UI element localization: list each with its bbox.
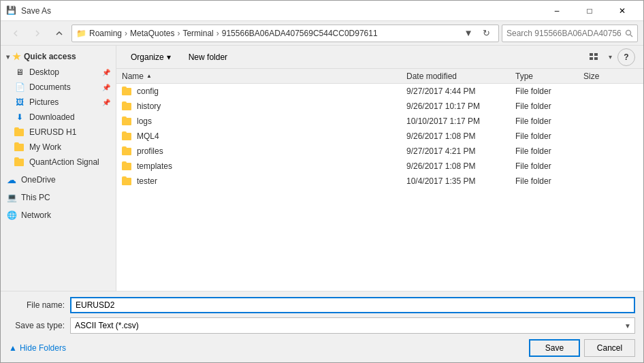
sidebar-item-downloaded[interactable]: ⬇ Downloaded: [1, 110, 116, 125]
address-folder: 915566BA06ADA407569C544CC0D97611: [222, 29, 378, 38]
title-bar: 💾 Save As – □ ✕: [1, 1, 643, 21]
file-date: 10/4/2017 1:35 PM: [406, 176, 515, 186]
address-roaming: Roaming: [89, 29, 122, 38]
sidebar-item-pictures[interactable]: 🖼 Pictures 📌: [1, 95, 116, 110]
documents-pin: 📌: [102, 84, 110, 91]
column-type[interactable]: Type: [515, 72, 583, 81]
save-button[interactable]: Save: [529, 339, 580, 357]
up-button[interactable]: [50, 24, 69, 43]
sidebar-item-documents[interactable]: 📄 Documents 📌: [1, 80, 116, 95]
sidebar-item-network[interactable]: 🌐 Network: [1, 208, 116, 223]
thispc-label: This PC: [21, 193, 50, 202]
svg-rect-5: [594, 57, 598, 60]
help-button[interactable]: ?: [617, 48, 635, 66]
eurusd-label: EURUSD H1: [29, 127, 76, 137]
column-date[interactable]: Date modified: [406, 72, 515, 81]
mywork-label: My Work: [29, 142, 61, 152]
refresh-button[interactable]: ↻: [478, 25, 494, 42]
back-button[interactable]: [6, 24, 25, 43]
file-date: 9/27/2017 4:44 PM: [406, 86, 515, 96]
sidebar-item-eurusd[interactable]: EURUSD H1: [1, 125, 116, 140]
sidebar-item-onedrive[interactable]: ☁ OneDrive: [1, 172, 116, 187]
documents-label: Documents: [29, 82, 71, 92]
address-bar[interactable]: 📁 Roaming › MetaQuotes › Terminal › 9155…: [71, 25, 499, 42]
column-name[interactable]: Name ▲: [122, 72, 406, 81]
svg-rect-3: [594, 53, 598, 56]
sep3: ›: [216, 29, 219, 38]
file-type: File folder: [515, 131, 583, 141]
mywork-icon: [14, 142, 25, 153]
desktop-label: Desktop: [29, 67, 59, 77]
cancel-button[interactable]: Cancel: [584, 339, 635, 357]
file-type: File folder: [515, 86, 583, 96]
quantaction-label: QuantAction Signal: [29, 157, 99, 167]
main-toolbar: Organize ▾ New folder ▾ ?: [116, 46, 643, 69]
desktop-pin: 📌: [102, 69, 110, 76]
column-size[interactable]: Size: [583, 72, 638, 81]
search-input[interactable]: [506, 29, 622, 38]
file-list: Name ▲ Date modified Type Size: [116, 69, 643, 291]
folder-icon: [122, 131, 133, 142]
filename-label: File name:: [9, 300, 70, 310]
window-icon: 💾: [6, 5, 17, 16]
onedrive-icon: ☁: [6, 174, 17, 185]
table-row[interactable]: history 9/26/2017 10:17 PM File folder: [116, 99, 643, 114]
quick-access-icon: ★: [12, 51, 21, 62]
table-row[interactable]: config 9/27/2017 4:44 PM File folder: [116, 84, 643, 99]
file-type: File folder: [515, 116, 583, 126]
window-title: Save As: [21, 6, 541, 16]
table-row[interactable]: MQL4 9/26/2017 1:08 PM File folder: [116, 129, 643, 144]
sidebar-item-thispc[interactable]: 💻 This PC: [1, 190, 116, 205]
sort-arrow: ▲: [146, 73, 152, 79]
file-date: 9/26/2017 1:08 PM: [406, 131, 515, 141]
table-row[interactable]: logs 10/10/2017 1:17 PM File folder: [116, 114, 643, 129]
search-bar[interactable]: [502, 25, 638, 42]
network-section: 🌐 Network: [1, 208, 116, 223]
savetype-wrapper: ASCII Text (*.csv) ▼: [70, 317, 635, 334]
maximize-button[interactable]: □: [574, 1, 605, 21]
new-folder-button[interactable]: New folder: [182, 48, 234, 66]
folder-icon: [122, 101, 133, 112]
svg-line-1: [630, 35, 632, 37]
file-name: history: [137, 101, 406, 111]
svg-rect-2: [590, 53, 593, 56]
search-icon: [625, 29, 633, 37]
view-button[interactable]: [584, 48, 603, 66]
hide-folders-toggle[interactable]: ▲ Hide Folders: [9, 343, 525, 353]
sidebar-item-desktop[interactable]: 🖥 Desktop 📌: [1, 65, 116, 80]
content-area: ▾ ★ Quick access 🖥 Desktop 📌 📄 Documents: [1, 46, 643, 291]
organize-button[interactable]: Organize ▾: [125, 48, 177, 66]
quick-access-header[interactable]: ▾ ★ Quick access: [1, 48, 116, 65]
file-name: MQL4: [137, 131, 406, 141]
close-button[interactable]: ✕: [607, 1, 638, 21]
filename-input[interactable]: [70, 297, 635, 313]
file-name: logs: [137, 116, 406, 126]
sidebar-item-quantaction[interactable]: QuantAction Signal: [1, 155, 116, 170]
folder-icon: [122, 176, 133, 187]
onedrive-label: OneDrive: [21, 175, 56, 185]
forward-button[interactable]: [28, 24, 47, 43]
file-name: config: [137, 86, 406, 96]
network-icon: 🌐: [6, 210, 17, 221]
file-type: File folder: [515, 176, 583, 186]
address-terminal: Terminal: [182, 29, 213, 38]
filename-row: File name:: [9, 297, 635, 313]
sep2: ›: [177, 29, 180, 38]
file-date: 10/10/2017 1:17 PM: [406, 116, 515, 126]
file-type: File folder: [515, 101, 583, 111]
view-dropdown-arrow: ▾: [609, 53, 612, 61]
table-row[interactable]: profiles 9/27/2017 4:21 PM File folder: [116, 144, 643, 159]
thispc-icon: 💻: [6, 192, 17, 203]
folder-icon: [122, 86, 133, 97]
button-row: ▲ Hide Folders Save Cancel: [9, 338, 635, 357]
savetype-select[interactable]: ASCII Text (*.csv): [70, 317, 635, 334]
file-date: 9/26/2017 10:17 PM: [406, 101, 515, 111]
sidebar-item-mywork[interactable]: My Work: [1, 140, 116, 155]
file-type: File folder: [515, 146, 583, 156]
file-name: profiles: [137, 146, 406, 156]
thispc-section: 💻 This PC: [1, 190, 116, 205]
table-row[interactable]: templates 9/26/2017 1:08 PM File folder: [116, 159, 643, 174]
minimize-button[interactable]: –: [541, 1, 573, 21]
address-dropdown-button[interactable]: ▼: [462, 25, 475, 42]
table-row[interactable]: tester 10/4/2017 1:35 PM File folder: [116, 174, 643, 189]
